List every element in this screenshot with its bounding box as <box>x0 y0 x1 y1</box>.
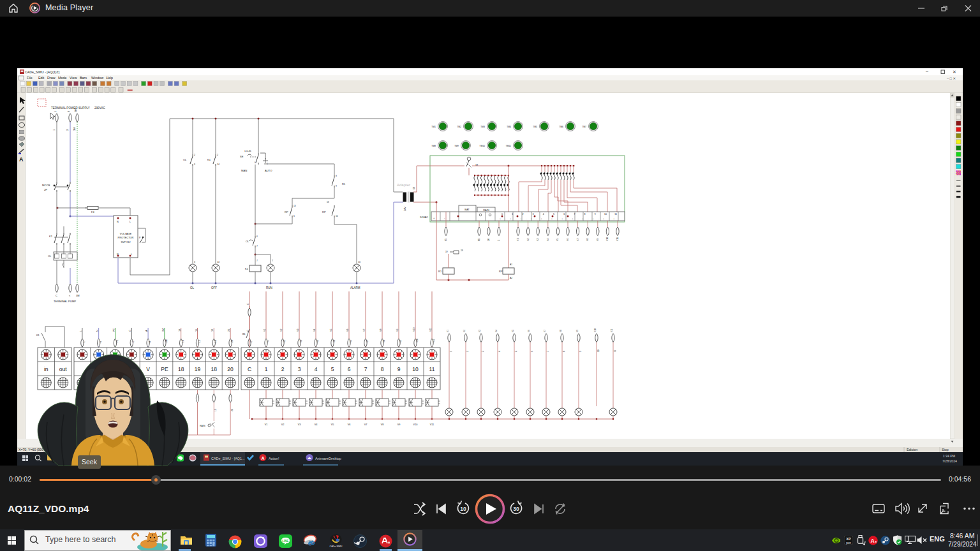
svg-text:OL: OL <box>183 158 187 161</box>
svg-text:CADe-SIMU: CADe-SIMU <box>330 545 343 548</box>
svg-text:Stop: Stop <box>942 448 949 452</box>
svg-text:TM9: TM9 <box>454 145 459 147</box>
svg-text:V2: V2 <box>527 239 530 241</box>
svg-text:30: 30 <box>513 506 519 512</box>
svg-text:+: + <box>510 217 511 220</box>
svg-text:V6: V6 <box>346 329 349 332</box>
svg-text:-: - <box>537 217 537 220</box>
svg-text:10: 10 <box>460 506 466 512</box>
svg-text:1:34 PM: 1:34 PM <box>943 454 955 458</box>
svg-text:OL: OL <box>48 254 52 258</box>
svg-text:230VAC: 230VAC <box>94 107 105 110</box>
svg-text:Edit: Edit <box>38 76 45 80</box>
svg-text:TM8: TM8 <box>431 145 436 147</box>
svg-text:L: L <box>130 221 131 223</box>
svg-text:V11: V11 <box>429 328 432 332</box>
svg-text:VOLTAGE: VOLTAGE <box>120 232 132 235</box>
svg-text:RAIN: RAIN <box>483 209 489 212</box>
svg-text:K1: K1 <box>36 334 40 337</box>
svg-text:V9: V9 <box>597 239 599 241</box>
svg-text:A: A <box>261 456 264 460</box>
svg-text:1: 1 <box>265 366 268 372</box>
svg-text:10: 10 <box>358 261 360 263</box>
svg-text:3M: 3M <box>165 339 168 342</box>
svg-text:-: - <box>547 217 547 220</box>
svg-text:3: 3 <box>194 261 195 263</box>
svg-text:OFF: OFF <box>211 286 217 290</box>
svg-text:MAN: MAN <box>241 169 247 172</box>
svg-text:AUTO: AUTO <box>265 169 272 172</box>
svg-text:V1: V1 <box>447 330 449 332</box>
svg-text:V7: V7 <box>363 329 366 332</box>
svg-text:V5: V5 <box>556 239 559 241</box>
svg-text:8: 8 <box>584 213 586 216</box>
svg-text:6: 6 <box>563 213 565 216</box>
svg-text:RP: RP <box>322 210 326 214</box>
svg-text:11: 11 <box>614 213 617 216</box>
svg-text:V3: V3 <box>537 239 539 241</box>
svg-text:1-0-45: 1-0-45 <box>244 150 251 152</box>
svg-text:4: 4 <box>315 366 318 372</box>
svg-text:13: 13 <box>293 205 296 207</box>
svg-text:V5: V5 <box>512 330 514 332</box>
svg-text:3: 3 <box>298 366 301 372</box>
svg-text:85: 85 <box>445 239 447 241</box>
svg-text:11: 11 <box>429 366 435 372</box>
svg-text:V10: V10 <box>413 423 418 426</box>
svg-text:9: 9 <box>397 366 401 372</box>
svg-text:N: N <box>96 330 99 332</box>
svg-text:V10: V10 <box>413 328 415 332</box>
svg-text:L: L <box>83 341 85 342</box>
svg-text:1: 1 <box>512 213 513 216</box>
svg-text:8: 8 <box>381 366 384 372</box>
svg-text:TM11: TM11 <box>506 145 512 147</box>
svg-text:9: 9 <box>336 185 337 187</box>
svg-text:-: - <box>598 217 599 220</box>
svg-text:V4: V4 <box>315 423 318 426</box>
svg-text:TM3: TM3 <box>480 126 485 128</box>
svg-text:9: 9 <box>595 213 596 216</box>
svg-text:6: 6 <box>348 366 351 372</box>
svg-text:V8: V8 <box>586 239 589 241</box>
svg-text:CADe_SIMU - [AQ1...: CADe_SIMU - [AQ1... <box>211 457 244 460</box>
svg-text:19: 19 <box>195 329 198 332</box>
svg-text:2: 2 <box>217 154 218 156</box>
svg-text:18: 18 <box>214 340 217 342</box>
svg-text:6: 6 <box>293 215 295 217</box>
svg-text:V10: V10 <box>606 237 609 241</box>
svg-text:C: C <box>56 294 57 297</box>
svg-text:AnimazeDesktop: AnimazeDesktop <box>315 457 341 460</box>
svg-text:PE: PE <box>116 340 119 342</box>
svg-text:18: 18 <box>179 329 181 332</box>
svg-text:20: 20 <box>231 409 234 411</box>
svg-text:+: + <box>500 217 501 220</box>
svg-text:N: N <box>117 221 119 223</box>
svg-text:F4: F4 <box>91 210 94 214</box>
svg-text:V4: V4 <box>316 340 319 342</box>
svg-text:TM7: TM7 <box>582 126 586 128</box>
svg-text:11: 11 <box>614 349 616 352</box>
svg-text:–: – <box>926 69 928 73</box>
svg-text:7: 7 <box>256 260 258 262</box>
svg-text:PROTECTOR: PROTECTOR <box>117 236 133 239</box>
svg-text:2P: 2P <box>44 188 47 191</box>
svg-text:V9: V9 <box>397 423 401 426</box>
svg-text:3: 3 <box>194 163 195 166</box>
svg-text:V6: V6 <box>348 423 351 426</box>
svg-text:Draw: Draw <box>47 76 56 80</box>
svg-text:-: - <box>516 217 516 220</box>
svg-text:10: 10 <box>336 215 338 217</box>
svg-text:10: 10 <box>604 213 607 216</box>
svg-text:K1: K1 <box>245 267 249 270</box>
svg-text:7: 7 <box>547 351 549 352</box>
svg-text:V11: V11 <box>611 328 613 332</box>
svg-text:V9: V9 <box>576 330 579 332</box>
svg-text:-: - <box>588 217 589 220</box>
svg-text:V9: V9 <box>399 340 402 342</box>
svg-text:24VAC: 24VAC <box>420 216 428 219</box>
svg-text:6: 6 <box>256 235 258 238</box>
svg-text:3: 3 <box>533 213 534 216</box>
svg-text:Mode: Mode <box>58 76 67 80</box>
svg-text:K1: K1 <box>207 158 211 161</box>
svg-text:V11: V11 <box>616 237 619 241</box>
